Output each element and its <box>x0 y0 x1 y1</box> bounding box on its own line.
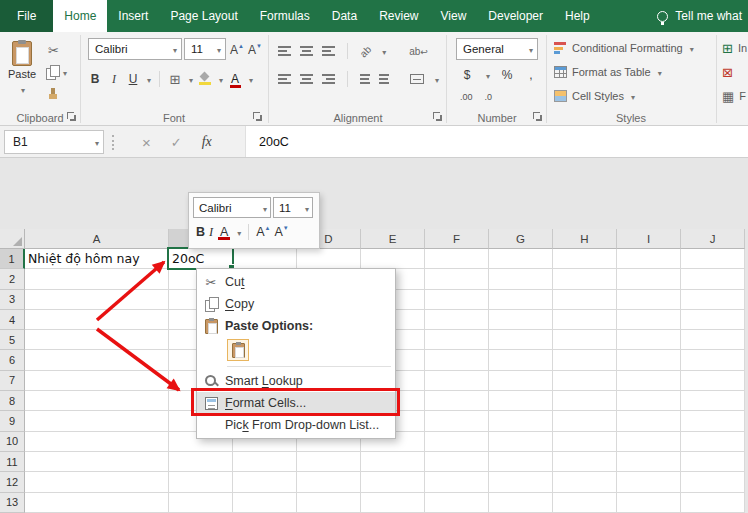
cell-J5[interactable] <box>681 330 745 350</box>
cell-A12[interactable] <box>25 472 169 492</box>
menu-item-smart-lookup[interactable]: Smart Lookup <box>197 370 395 392</box>
tab-developer[interactable]: Developer <box>477 0 554 32</box>
row-header-10[interactable]: 10 <box>0 432 25 452</box>
cell-F3[interactable] <box>425 290 489 310</box>
cell-H9[interactable] <box>553 411 617 431</box>
cell-C11[interactable] <box>233 452 297 472</box>
paste-button[interactable]: Paste <box>4 38 40 106</box>
font-color-button[interactable]: A <box>228 69 242 89</box>
cell-J13[interactable] <box>681 493 745 513</box>
cell-H3[interactable] <box>553 290 617 310</box>
bold-button[interactable]: B <box>88 69 102 89</box>
cell-G8[interactable] <box>489 391 553 411</box>
cell-E12[interactable] <box>361 472 425 492</box>
decrease-indent-button[interactable] <box>360 74 370 84</box>
cell-I1[interactable] <box>617 249 681 269</box>
cell-A5[interactable] <box>25 330 169 350</box>
format-painter-button[interactable] <box>47 84 59 104</box>
row-header-11[interactable]: 11 <box>0 452 25 472</box>
cell-I10[interactable] <box>617 432 681 452</box>
column-header-G[interactable]: G <box>489 229 553 249</box>
shrink-font-button[interactable]: A <box>248 40 262 60</box>
cell-F5[interactable] <box>425 330 489 350</box>
number-dialog-launcher[interactable] <box>533 112 543 122</box>
name-box[interactable]: B1 <box>4 130 104 154</box>
align-middle-icon[interactable] <box>300 46 313 56</box>
mini-font-size-select[interactable]: 11 <box>273 197 313 218</box>
cell-F1[interactable] <box>425 249 489 269</box>
cell-F4[interactable] <box>425 310 489 330</box>
insert-function-button[interactable]: fx <box>202 134 212 150</box>
cell-B11[interactable] <box>169 452 233 472</box>
cell-D12[interactable] <box>297 472 361 492</box>
cell-A8[interactable] <box>25 391 169 411</box>
cell-G5[interactable] <box>489 330 553 350</box>
comma-style-button[interactable]: , <box>524 65 538 85</box>
cell-J7[interactable] <box>681 371 745 391</box>
cell-J10[interactable] <box>681 432 745 452</box>
cell-C12[interactable] <box>233 472 297 492</box>
cell-G12[interactable] <box>489 472 553 492</box>
cell-F10[interactable] <box>425 432 489 452</box>
cell-F11[interactable] <box>425 452 489 472</box>
cell-I13[interactable] <box>617 493 681 513</box>
tab-page-layout[interactable]: Page Layout <box>159 0 248 32</box>
cell-I7[interactable] <box>617 371 681 391</box>
cell-I2[interactable] <box>617 269 681 289</box>
cell-C1[interactable] <box>233 249 297 269</box>
column-header-I[interactable]: I <box>617 229 681 249</box>
menu-item-pick-from-list[interactable]: Pick From Drop-down List... <box>197 414 395 436</box>
cell-F9[interactable] <box>425 411 489 431</box>
cell-F7[interactable] <box>425 371 489 391</box>
row-header-6[interactable]: 6 <box>0 350 25 370</box>
italic-button[interactable]: I <box>107 69 121 89</box>
cell-D1[interactable] <box>297 249 361 269</box>
format-cells-ribbon-button[interactable]: F <box>722 86 746 106</box>
cell-J4[interactable] <box>681 310 745 330</box>
increase-indent-button[interactable] <box>379 74 389 84</box>
cell-A2[interactable] <box>25 269 169 289</box>
cell-I3[interactable] <box>617 290 681 310</box>
copy-button[interactable] <box>46 62 67 82</box>
align-left-button[interactable] <box>278 74 291 84</box>
row-header-5[interactable]: 5 <box>0 330 25 350</box>
cell-G10[interactable] <box>489 432 553 452</box>
cell-D11[interactable] <box>297 452 361 472</box>
column-header-J[interactable]: J <box>681 229 745 249</box>
tab-home[interactable]: Home <box>53 0 107 32</box>
column-header-H[interactable]: H <box>553 229 617 249</box>
select-all-corner[interactable] <box>0 229 25 249</box>
cell-D13[interactable] <box>297 493 361 513</box>
cell-H2[interactable] <box>553 269 617 289</box>
tab-formulas[interactable]: Formulas <box>249 0 321 32</box>
cell-styles-button[interactable]: Cell Styles <box>554 86 635 106</box>
clipboard-dialog-launcher[interactable] <box>67 112 77 122</box>
cell-E11[interactable] <box>361 452 425 472</box>
borders-button[interactable] <box>168 69 182 89</box>
cell-G11[interactable] <box>489 452 553 472</box>
cell-A13[interactable] <box>25 493 169 513</box>
mini-grow-font-button[interactable]: A <box>256 225 270 239</box>
cell-J6[interactable] <box>681 350 745 370</box>
row-header-9[interactable]: 9 <box>0 411 25 431</box>
mini-bold-button[interactable]: B <box>196 225 205 239</box>
cell-H6[interactable] <box>553 350 617 370</box>
cell-J8[interactable] <box>681 391 745 411</box>
cell-G1[interactable] <box>489 249 553 269</box>
menu-item-cut[interactable]: Cut <box>197 271 395 293</box>
cell-I11[interactable] <box>617 452 681 472</box>
font-dialog-launcher[interactable] <box>253 112 263 122</box>
cell-J11[interactable] <box>681 452 745 472</box>
decrease-decimal-button[interactable]: .0 <box>485 92 493 102</box>
tab-data[interactable]: Data <box>321 0 368 32</box>
row-header-4[interactable]: 4 <box>0 310 25 330</box>
wrap-text-button[interactable]: ab <box>409 46 428 57</box>
cell-G7[interactable] <box>489 371 553 391</box>
cell-A9[interactable] <box>25 411 169 431</box>
cell-A7[interactable] <box>25 371 169 391</box>
grow-font-button[interactable]: A <box>230 40 244 60</box>
cell-J2[interactable] <box>681 269 745 289</box>
align-top-icon[interactable] <box>278 46 291 56</box>
cell-A6[interactable] <box>25 350 169 370</box>
mini-font-name-select[interactable]: Calibri <box>193 197 271 218</box>
